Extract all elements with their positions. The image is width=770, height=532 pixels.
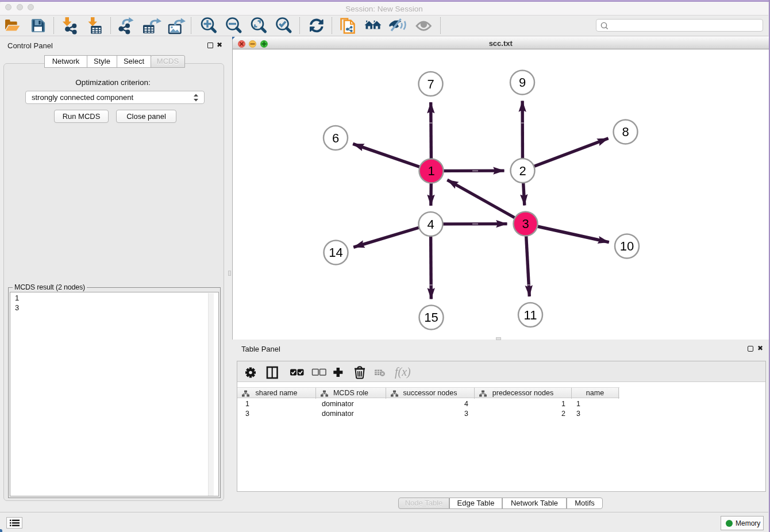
svg-text:2: 2 [519, 164, 526, 178]
svg-text:f(x): f(x) [395, 365, 411, 379]
svg-text:11: 11 [524, 308, 537, 322]
svg-text:3: 3 [522, 217, 529, 231]
svg-text:4: 4 [427, 217, 434, 232]
svg-text:9: 9 [519, 75, 526, 90]
svg-text:15: 15 [424, 310, 438, 325]
svg-text:7: 7 [427, 77, 434, 91]
svg-text:14: 14 [329, 245, 342, 260]
svg-text:10: 10 [620, 239, 634, 253]
svg-text:1: 1 [428, 164, 434, 178]
svg-text:8: 8 [622, 125, 629, 139]
svg-text:6: 6 [332, 131, 339, 145]
